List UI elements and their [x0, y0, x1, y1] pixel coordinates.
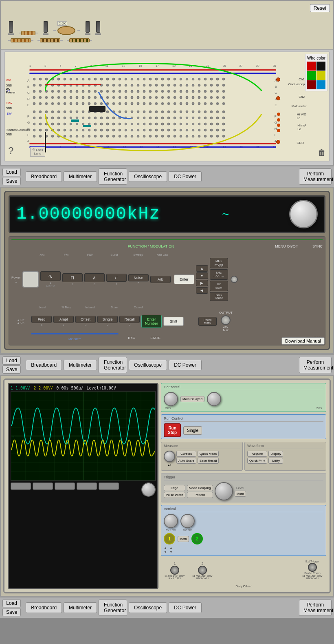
multimeter-tab-3[interactable]: Multimeter: [64, 602, 97, 613]
breadboard-tab-1[interactable]: Breadboard: [26, 171, 62, 182]
color-green: [307, 71, 316, 80]
breadboard-tab-2[interactable]: Breadboard: [26, 360, 62, 370]
svg-point-210: [143, 117, 145, 119]
save-button-2[interactable]: Save: [2, 365, 21, 374]
perform-measurement-button-2[interactable]: Perform Measurement: [299, 357, 332, 373]
function-generator-tab-1[interactable]: Function Generator: [99, 168, 127, 185]
dc-power-tab-3[interactable]: DC Power: [169, 602, 202, 613]
osc-cursors-btn[interactable]: Cursors: [176, 451, 196, 457]
fg-arb-button[interactable]: Arb: [150, 276, 171, 283]
fg-mhz-vpp-button[interactable]: MHzmVpp: [210, 258, 228, 268]
load-button-3[interactable]: Load: [2, 599, 21, 607]
osc-bottom-btn-4[interactable]: [77, 482, 97, 490]
function-generator-tab-2[interactable]: Function Generator: [99, 357, 127, 373]
osc-quick-meas-btn[interactable]: Quick Meas: [198, 451, 219, 457]
osc-bottom-btn-3[interactable]: [55, 482, 75, 490]
svg-point-318: [216, 135, 219, 137]
fg-freq-button[interactable]: Freq: [31, 316, 52, 323]
osc-pulse-width-btn[interactable]: Pulse Width: [164, 492, 185, 498]
osc-ch1-button[interactable]: 1: [164, 533, 175, 544]
fg-up-arrow[interactable]: ▲: [196, 265, 208, 272]
multimeter-tab-2[interactable]: Multimeter: [64, 360, 97, 370]
fg-recall-menu-button[interactable]: RecallMenu: [198, 317, 217, 326]
osc-pattern-btn[interactable]: Pattern: [187, 492, 213, 498]
trash-icon[interactable]: 🗑: [318, 148, 326, 157]
svg-point-6: [70, 78, 72, 80]
osc-time-base-knob[interactable]: [164, 392, 178, 406]
osc-up-arrow-ch1: ▲: [164, 546, 167, 550]
osc-save-recall-btn[interactable]: Save Recall: [198, 458, 219, 464]
fg-left-arrow[interactable]: ◀: [196, 287, 208, 294]
oscilloscope-tab-3[interactable]: Oscilloscope: [129, 602, 167, 613]
save-button-1[interactable]: Save: [2, 177, 21, 185]
osc-trigger-level-knob[interactable]: [215, 482, 233, 500]
svg-point-237: [112, 123, 115, 125]
osc-single-button[interactable]: Single: [183, 426, 202, 435]
osc-position-knob[interactable]: [207, 392, 221, 406]
breadboard-tab-3[interactable]: Breadboard: [26, 602, 62, 613]
fg-power-button[interactable]: [22, 271, 39, 288]
reset-button[interactable]: Reset: [310, 4, 330, 12]
osc-bottom-btn-2[interactable]: [33, 482, 53, 490]
osc-ch1-connector: [170, 566, 179, 575]
fg-enter-number-button[interactable]: EnterNumber: [141, 315, 162, 328]
fg-triangle-button[interactable]: ∧: [84, 273, 105, 282]
osc-ch2-button[interactable]: 2: [191, 533, 203, 544]
osc-bottom-btn-1[interactable]: [11, 482, 31, 490]
fg-recall-button[interactable]: Recall: [119, 316, 140, 323]
multimeter-tab-1[interactable]: Multimeter: [64, 171, 97, 182]
osc-main-delayed-btn[interactable]: Main Delayed: [180, 396, 204, 402]
osc-utility-btn[interactable]: Utility: [268, 458, 283, 464]
fg-offset-button[interactable]: Offset: [75, 316, 96, 323]
osc-measure-knob[interactable]: [164, 451, 175, 462]
osc-trigger-level-label: Level: [236, 486, 244, 490]
osc-bottom-knob[interactable]: [141, 482, 156, 497]
osc-edge-btn[interactable]: Edge: [164, 485, 185, 491]
svg-point-255: [222, 123, 225, 125]
osc-more-btn[interactable]: More: [235, 491, 246, 497]
perform-measurement-button-1[interactable]: Perform Measurement: [299, 168, 332, 185]
osc-acquire-btn[interactable]: Acquire: [247, 451, 267, 457]
fg-down-arrow[interactable]: ▼: [196, 272, 208, 279]
perform-measurement-button-3[interactable]: Perform Measurement: [299, 600, 332, 616]
fg-single-button[interactable]: Single: [97, 316, 118, 323]
fg-backspace-button[interactable]: BackSpace: [210, 292, 228, 301]
osc-vertical-section: Vertical 5V 1mV 5V mV 1 Math: [161, 505, 326, 556]
load-button-1[interactable]: Load: [2, 168, 21, 176]
load-button-2[interactable]: Load: [2, 356, 21, 365]
dc-power-tab-2[interactable]: DC Power: [169, 360, 202, 370]
svg-point-111: [125, 96, 127, 99]
svg-point-75: [100, 90, 103, 93]
fg-enter-button[interactable]: Enter: [174, 274, 194, 284]
oscilloscope-tab-2[interactable]: Oscilloscope: [129, 360, 167, 370]
svg-point-292: [57, 135, 60, 137]
fg-ramp-button[interactable]: /‾: [106, 274, 127, 282]
fg-square-button[interactable]: ⊓: [62, 273, 83, 282]
osc-bottom-btn-5[interactable]: [99, 482, 119, 490]
fg-right-arrow[interactable]: ▶: [196, 280, 208, 286]
osc-ch2-scale-knob[interactable]: [180, 514, 195, 528]
fg-main-knob[interactable]: [289, 200, 318, 228]
osc-run-stop-button[interactable]: RunStop: [164, 423, 181, 437]
dc-power-tab-1[interactable]: DC Power: [169, 171, 202, 182]
fg-ampl-button[interactable]: Ampl: [53, 316, 74, 323]
fg-sine-button[interactable]: ∿: [40, 271, 61, 281]
fg-fm-label: FM: [64, 253, 69, 257]
save-button-3[interactable]: Save: [2, 608, 21, 616]
osc-auto-scale-btn[interactable]: Auto Scale: [176, 458, 196, 464]
help-icon[interactable]: ?: [8, 145, 13, 157]
oscilloscope-tab-1[interactable]: Oscilloscope: [129, 171, 167, 182]
osc-display-btn[interactable]: Display: [268, 451, 283, 457]
svg-point-27: [198, 78, 200, 80]
osc-quick-print-btn[interactable]: Quick Print: [247, 458, 267, 464]
fg-hz-dbm-button[interactable]: HzdBm: [210, 281, 228, 291]
fg-shift-button[interactable]: Shift: [163, 317, 184, 326]
fg-khz-vrms-button[interactable]: kHzmVrms: [210, 269, 228, 280]
download-manual-button[interactable]: Download Manual: [281, 337, 325, 345]
fg-noise-button[interactable]: Noise: [128, 274, 149, 281]
osc-math-btn[interactable]: Math: [178, 536, 189, 542]
osc-ch1-scale-knob[interactable]: [164, 514, 178, 528]
function-generator-tab-3[interactable]: Function Generator: [99, 600, 127, 616]
osc-mode-coupling-btn[interactable]: Mode Coupling: [187, 485, 213, 491]
svg-point-235: [100, 123, 103, 125]
